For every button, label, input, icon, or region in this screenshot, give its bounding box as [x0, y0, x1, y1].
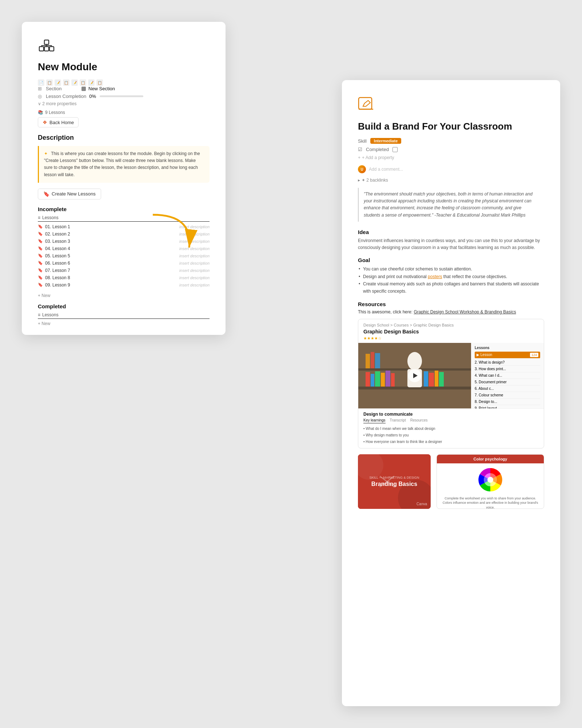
lesson-desc: insert description: [179, 276, 210, 280]
tab-transcript[interactable]: Transcript: [390, 418, 406, 423]
incomplete-add-new[interactable]: + New: [38, 292, 210, 299]
list-item: You can use cheerful color schemes to su…: [358, 265, 544, 273]
list-item: 🔖06. Lesson 6 insert description: [38, 260, 210, 267]
goal-bullets: You can use cheerful color schemes to su…: [358, 265, 544, 295]
create-icon: 🔖: [43, 191, 49, 197]
back-arrow-icon: ❖: [43, 119, 47, 125]
gd-tabs: Key learnings Transcript Resources: [363, 418, 539, 423]
completed-check-icon: ☑: [358, 147, 362, 152]
left-card: New Module 📄📋📝📋📝📋📝📋 ⊞ Section New Sectio…: [22, 22, 226, 335]
gd-sidebar-item[interactable]: 8. Design to...: [475, 399, 540, 405]
gd-sidebar-item[interactable]: 2. What is design?: [475, 359, 540, 366]
progress-bar: [100, 95, 143, 97]
gd-card: Design School > Courses > Graphic Design…: [358, 319, 544, 448]
gd-card-stars: ★★★★☆: [358, 336, 544, 341]
list-item: Create visual memory aids such as photo …: [358, 280, 544, 295]
resources-heading: Resources: [358, 301, 544, 307]
right-card: Build a Brand For Your Classroom Skill I…: [342, 80, 560, 706]
completed-add-new[interactable]: + New: [38, 320, 210, 327]
completed-label: Completed: [366, 147, 389, 152]
gd-card-title: Graphic Design Basics: [358, 329, 544, 335]
bookmark-icon: 🔖: [38, 253, 43, 258]
completed-checkbox[interactable]: [392, 147, 398, 152]
list-item: Design and print out motivational poster…: [358, 273, 544, 280]
brand-title: Build a Brand For Your Classroom: [358, 121, 544, 132]
svg-point-37: [487, 477, 493, 483]
lesson-desc: insert description: [179, 268, 210, 273]
user-avatar: U: [358, 165, 366, 173]
branding-sublabel: SKILL — MARKETING & DESIGN: [369, 476, 419, 479]
gd-thumbnail: [358, 343, 471, 408]
lesson-desc: insert description: [179, 261, 210, 265]
list-item: 🔖08. Lesson 8 insert description: [38, 274, 210, 281]
curved-arrow: [142, 211, 200, 255]
skill-label: Skill: [358, 138, 367, 144]
tab-key-learnings[interactable]: Key learnings: [363, 418, 386, 423]
backlinks-chevron-icon: ▸: [358, 178, 360, 183]
comment-input[interactable]: Add a comment...: [369, 167, 403, 172]
goal-heading: Goal: [358, 257, 544, 263]
bookmark-icon: 🔖: [38, 261, 43, 265]
add-property[interactable]: + + Add a property: [358, 155, 544, 160]
gd-sidebar-item[interactable]: 4. What can I d...: [475, 372, 540, 379]
lesson-count: 📚 9 Lessons: [38, 110, 210, 115]
toolbar-icons: 📄📋📝📋📝📋📝📋: [38, 79, 210, 86]
quote-block: "The environment should match your objec…: [358, 188, 544, 222]
create-lessons-label: Create New Lessons: [52, 191, 96, 197]
completion-label: Lesson Completion: [46, 94, 86, 99]
branding-basics-card[interactable]: SKILL — MARKETING & DESIGN Branding Basi…: [358, 454, 431, 509]
back-home-label: Back Home: [49, 120, 74, 125]
play-button[interactable]: [408, 369, 421, 382]
completed-row: ☑ Completed: [358, 147, 544, 152]
gd-sidebar-item[interactable]: 9. Print layout: [475, 405, 540, 408]
canva-tag: Canva: [416, 502, 427, 506]
bookmark-icon: 🔖: [38, 224, 43, 229]
bookmark-icon: 🔖: [38, 275, 43, 280]
gd-card-breadcrumb: Design School > Courses > Graphic Design…: [358, 319, 544, 329]
more-properties[interactable]: ∨ 2 more properties: [38, 101, 210, 106]
description-text: This is where you can create lessons for…: [44, 151, 200, 177]
gd-sidebar-item[interactable]: 3. How does print...: [475, 366, 540, 372]
gd-sidebar-item[interactable]: 7. Colour scheme: [475, 392, 540, 399]
completion-icon: ◎: [38, 94, 43, 99]
play-button-overlay[interactable]: [358, 343, 471, 408]
brand-edit-icon: [358, 96, 374, 112]
gd-card-footer: Design to communicate Key learnings Tran…: [358, 408, 544, 448]
tab-resources[interactable]: Resources: [410, 418, 428, 423]
skill-row: Skill Intermediate: [358, 138, 544, 144]
lesson-desc: insert description: [179, 283, 210, 287]
bookmark-icon: 🔖: [38, 246, 43, 251]
svg-rect-0: [44, 47, 49, 51]
color-psych-header: Color psychology: [437, 455, 544, 463]
description-heading: Description: [38, 134, 210, 142]
gd-sidebar-item-active[interactable]: ▶ Lesson124: [475, 352, 540, 359]
gd-sidebar-item[interactable]: 6. About c...: [475, 385, 540, 392]
idea-text: Environment influences learning in count…: [358, 237, 544, 251]
desc-star-icon: ✦: [44, 151, 48, 156]
lesson-completion-row: ◎ Lesson Completion 0%: [38, 94, 210, 99]
color-psychology-card[interactable]: Color psychology: [436, 454, 544, 509]
description-box: ✦ This is where you can create lessons f…: [38, 146, 210, 183]
section-icon: ⊞: [38, 86, 43, 91]
gd-bullets: • What do I mean when we talk about desi…: [363, 426, 539, 445]
create-lessons-button[interactable]: 🔖 Create New Lessons: [38, 189, 101, 199]
branding-card-title: Branding Basics: [369, 481, 419, 487]
svg-rect-1: [39, 47, 44, 51]
gd-sidebar-title: Lessons: [475, 346, 540, 350]
bookmark-icon: 🔖: [38, 239, 43, 244]
list-item: 🔖07. Lesson 7 insert description: [38, 267, 210, 274]
color-psych-footer: Complete the worksheet you wish to share…: [437, 496, 544, 509]
backlinks-row[interactable]: ▸ ✦ 2 backlinks: [358, 178, 544, 183]
section-value: New Section: [81, 86, 115, 91]
module-title: New Module: [38, 61, 210, 73]
completed-heading: Completed: [38, 303, 210, 309]
comment-row: U Add a comment...: [358, 165, 544, 173]
section-label: Section: [46, 86, 79, 91]
gd-sidebar-item[interactable]: 5. Document primer: [475, 379, 540, 385]
gd-footer-title: Design to communicate: [363, 412, 539, 417]
resources-link[interactable]: This is awesome, click here: Graphic Des…: [358, 309, 544, 314]
back-home-button[interactable]: ❖ Back Home: [38, 117, 79, 127]
bookmark-icon: 🔖: [38, 232, 43, 236]
resources-link-text[interactable]: Graphic Design School Workshop & Brandin…: [414, 309, 516, 314]
color-wheel: [437, 463, 544, 496]
